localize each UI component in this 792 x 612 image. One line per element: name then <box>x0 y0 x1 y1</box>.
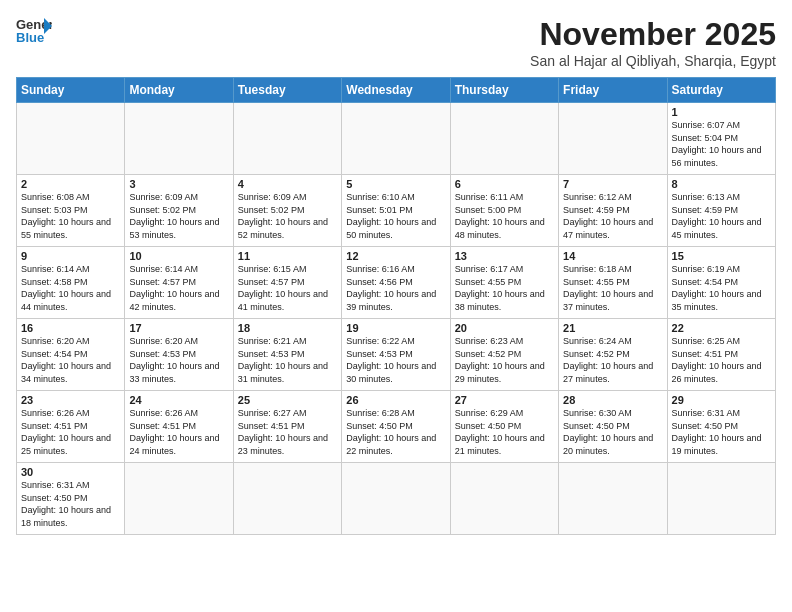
cell-info: Sunrise: 6:10 AM Sunset: 5:01 PM Dayligh… <box>346 191 445 241</box>
cell-info: Sunrise: 6:31 AM Sunset: 4:50 PM Dayligh… <box>672 407 771 457</box>
calendar-cell: 29Sunrise: 6:31 AM Sunset: 4:50 PM Dayli… <box>667 391 775 463</box>
calendar-cell: 1Sunrise: 6:07 AM Sunset: 5:04 PM Daylig… <box>667 103 775 175</box>
calendar-cell: 15Sunrise: 6:19 AM Sunset: 4:54 PM Dayli… <box>667 247 775 319</box>
calendar-cell: 5Sunrise: 6:10 AM Sunset: 5:01 PM Daylig… <box>342 175 450 247</box>
day-number: 15 <box>672 250 771 262</box>
cell-info: Sunrise: 6:25 AM Sunset: 4:51 PM Dayligh… <box>672 335 771 385</box>
calendar-cell: 7Sunrise: 6:12 AM Sunset: 4:59 PM Daylig… <box>559 175 667 247</box>
calendar-cell: 22Sunrise: 6:25 AM Sunset: 4:51 PM Dayli… <box>667 319 775 391</box>
day-number: 26 <box>346 394 445 406</box>
day-number: 9 <box>21 250 120 262</box>
cell-info: Sunrise: 6:19 AM Sunset: 4:54 PM Dayligh… <box>672 263 771 313</box>
day-number: 13 <box>455 250 554 262</box>
weekday-header-cell: Saturday <box>667 78 775 103</box>
weekday-header-row: SundayMondayTuesdayWednesdayThursdayFrid… <box>17 78 776 103</box>
weekday-header-cell: Monday <box>125 78 233 103</box>
cell-info: Sunrise: 6:17 AM Sunset: 4:55 PM Dayligh… <box>455 263 554 313</box>
calendar-cell: 13Sunrise: 6:17 AM Sunset: 4:55 PM Dayli… <box>450 247 558 319</box>
calendar-cell: 27Sunrise: 6:29 AM Sunset: 4:50 PM Dayli… <box>450 391 558 463</box>
calendar-cell: 16Sunrise: 6:20 AM Sunset: 4:54 PM Dayli… <box>17 319 125 391</box>
cell-info: Sunrise: 6:20 AM Sunset: 4:53 PM Dayligh… <box>129 335 228 385</box>
calendar-cell: 23Sunrise: 6:26 AM Sunset: 4:51 PM Dayli… <box>17 391 125 463</box>
day-number: 25 <box>238 394 337 406</box>
cell-info: Sunrise: 6:13 AM Sunset: 4:59 PM Dayligh… <box>672 191 771 241</box>
cell-info: Sunrise: 6:31 AM Sunset: 4:50 PM Dayligh… <box>21 479 120 529</box>
cell-info: Sunrise: 6:20 AM Sunset: 4:54 PM Dayligh… <box>21 335 120 385</box>
logo-icon: General Blue <box>16 16 52 44</box>
day-number: 30 <box>21 466 120 478</box>
calendar-week-row: 23Sunrise: 6:26 AM Sunset: 4:51 PM Dayli… <box>17 391 776 463</box>
cell-info: Sunrise: 6:15 AM Sunset: 4:57 PM Dayligh… <box>238 263 337 313</box>
day-number: 17 <box>129 322 228 334</box>
calendar-cell: 25Sunrise: 6:27 AM Sunset: 4:51 PM Dayli… <box>233 391 341 463</box>
day-number: 27 <box>455 394 554 406</box>
day-number: 14 <box>563 250 662 262</box>
day-number: 4 <box>238 178 337 190</box>
month-title: November 2025 <box>530 16 776 53</box>
calendar-cell <box>450 463 558 535</box>
day-number: 2 <box>21 178 120 190</box>
weekday-header-cell: Wednesday <box>342 78 450 103</box>
calendar-cell <box>233 463 341 535</box>
cell-info: Sunrise: 6:12 AM Sunset: 4:59 PM Dayligh… <box>563 191 662 241</box>
calendar-cell: 10Sunrise: 6:14 AM Sunset: 4:57 PM Dayli… <box>125 247 233 319</box>
calendar-cell <box>667 463 775 535</box>
day-number: 7 <box>563 178 662 190</box>
calendar-cell: 12Sunrise: 6:16 AM Sunset: 4:56 PM Dayli… <box>342 247 450 319</box>
cell-info: Sunrise: 6:18 AM Sunset: 4:55 PM Dayligh… <box>563 263 662 313</box>
calendar-cell: 17Sunrise: 6:20 AM Sunset: 4:53 PM Dayli… <box>125 319 233 391</box>
calendar-table: SundayMondayTuesdayWednesdayThursdayFrid… <box>16 77 776 535</box>
cell-info: Sunrise: 6:22 AM Sunset: 4:53 PM Dayligh… <box>346 335 445 385</box>
day-number: 6 <box>455 178 554 190</box>
calendar-cell <box>233 103 341 175</box>
day-number: 16 <box>21 322 120 334</box>
day-number: 12 <box>346 250 445 262</box>
calendar-week-row: 9Sunrise: 6:14 AM Sunset: 4:58 PM Daylig… <box>17 247 776 319</box>
day-number: 20 <box>455 322 554 334</box>
calendar-body: 1Sunrise: 6:07 AM Sunset: 5:04 PM Daylig… <box>17 103 776 535</box>
cell-info: Sunrise: 6:14 AM Sunset: 4:57 PM Dayligh… <box>129 263 228 313</box>
calendar-cell <box>450 103 558 175</box>
cell-info: Sunrise: 6:26 AM Sunset: 4:51 PM Dayligh… <box>21 407 120 457</box>
day-number: 21 <box>563 322 662 334</box>
cell-info: Sunrise: 6:29 AM Sunset: 4:50 PM Dayligh… <box>455 407 554 457</box>
weekday-header-cell: Thursday <box>450 78 558 103</box>
calendar-cell <box>125 103 233 175</box>
calendar-cell: 19Sunrise: 6:22 AM Sunset: 4:53 PM Dayli… <box>342 319 450 391</box>
calendar-cell: 21Sunrise: 6:24 AM Sunset: 4:52 PM Dayli… <box>559 319 667 391</box>
day-number: 19 <box>346 322 445 334</box>
cell-info: Sunrise: 6:09 AM Sunset: 5:02 PM Dayligh… <box>129 191 228 241</box>
cell-info: Sunrise: 6:28 AM Sunset: 4:50 PM Dayligh… <box>346 407 445 457</box>
cell-info: Sunrise: 6:23 AM Sunset: 4:52 PM Dayligh… <box>455 335 554 385</box>
cell-info: Sunrise: 6:16 AM Sunset: 4:56 PM Dayligh… <box>346 263 445 313</box>
calendar-cell <box>342 103 450 175</box>
cell-info: Sunrise: 6:30 AM Sunset: 4:50 PM Dayligh… <box>563 407 662 457</box>
weekday-header-cell: Tuesday <box>233 78 341 103</box>
calendar-cell <box>342 463 450 535</box>
calendar-cell: 30Sunrise: 6:31 AM Sunset: 4:50 PM Dayli… <box>17 463 125 535</box>
cell-info: Sunrise: 6:14 AM Sunset: 4:58 PM Dayligh… <box>21 263 120 313</box>
weekday-header-cell: Friday <box>559 78 667 103</box>
calendar-cell <box>559 463 667 535</box>
calendar-week-row: 2Sunrise: 6:08 AM Sunset: 5:03 PM Daylig… <box>17 175 776 247</box>
cell-info: Sunrise: 6:08 AM Sunset: 5:03 PM Dayligh… <box>21 191 120 241</box>
page-header: General Blue November 2025 San al Hajar … <box>16 16 776 69</box>
cell-info: Sunrise: 6:24 AM Sunset: 4:52 PM Dayligh… <box>563 335 662 385</box>
day-number: 8 <box>672 178 771 190</box>
calendar-cell: 20Sunrise: 6:23 AM Sunset: 4:52 PM Dayli… <box>450 319 558 391</box>
calendar-cell: 14Sunrise: 6:18 AM Sunset: 4:55 PM Dayli… <box>559 247 667 319</box>
calendar-cell: 2Sunrise: 6:08 AM Sunset: 5:03 PM Daylig… <box>17 175 125 247</box>
calendar-cell: 26Sunrise: 6:28 AM Sunset: 4:50 PM Dayli… <box>342 391 450 463</box>
calendar-week-row: 1Sunrise: 6:07 AM Sunset: 5:04 PM Daylig… <box>17 103 776 175</box>
calendar-cell <box>559 103 667 175</box>
day-number: 11 <box>238 250 337 262</box>
day-number: 1 <box>672 106 771 118</box>
calendar-cell: 3Sunrise: 6:09 AM Sunset: 5:02 PM Daylig… <box>125 175 233 247</box>
day-number: 24 <box>129 394 228 406</box>
calendar-cell: 4Sunrise: 6:09 AM Sunset: 5:02 PM Daylig… <box>233 175 341 247</box>
calendar-cell <box>125 463 233 535</box>
title-area: November 2025 San al Hajar al Qibliyah, … <box>530 16 776 69</box>
weekday-header-cell: Sunday <box>17 78 125 103</box>
day-number: 3 <box>129 178 228 190</box>
cell-info: Sunrise: 6:21 AM Sunset: 4:53 PM Dayligh… <box>238 335 337 385</box>
